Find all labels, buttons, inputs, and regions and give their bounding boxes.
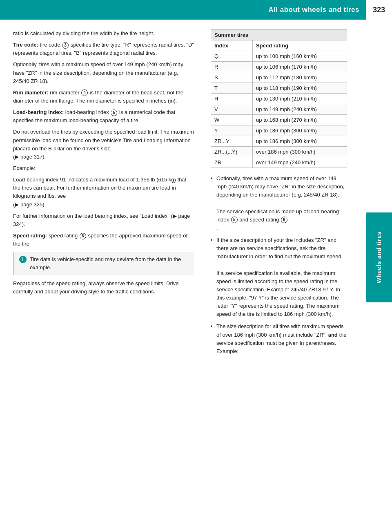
table-row: Hup to 130 mph (210 km/h) (211, 94, 347, 104)
circle-6: 6 (80, 233, 86, 239)
example-label: Example: (13, 164, 194, 172)
table-cell-speed: up to 118 mph (190 km/h) (253, 83, 347, 94)
table-header-span: Summer tires (211, 30, 347, 40)
table-row: Qup to 100 mph (160 km/h) (211, 51, 347, 62)
table-col1-header: Index (211, 40, 253, 51)
table-cell-index: H (211, 94, 253, 104)
bullet-2-sub: If a service specification is available,… (216, 269, 347, 319)
info-icon: i (19, 256, 27, 263)
tire-code-label: Tire code: (13, 42, 38, 48)
table-cell-speed: up to 168 mph (270 km/h) (253, 115, 347, 125)
optional-speed-paragraph: Optionally, tires with a maximum speed o… (13, 60, 194, 85)
table-cell-speed: over 186 mph (300 km/h) (253, 147, 347, 157)
table-cell-speed: up to 106 mph (170 km/h) (253, 62, 347, 72)
circle-3: 3 (62, 42, 69, 49)
bullet-1-sub: The service specification is made up of … (216, 208, 347, 232)
speed-rating-table: Summer tires Index Speed rating Qup to 1… (211, 29, 347, 168)
right-bullet-list: Optionally, tires with a maximum speed o… (211, 174, 347, 355)
section-tab: Wheels and tires (366, 212, 392, 302)
table-cell-speed: up to 186 mph (300 km/h) (253, 136, 347, 147)
table-cell-index: Q (211, 51, 253, 62)
table-row: ZR...(...Y)over 186 mph (300 km/h) (211, 147, 347, 157)
table-cell-speed: up to 149 mph (240 km/h) (253, 104, 347, 115)
table-cell-speed: over 149 mph (240 km/h) (253, 157, 347, 168)
table-cell-speed: up to 186 mph (300 km/h) (253, 125, 347, 136)
section-tab-label: Wheels and tires (376, 231, 382, 283)
regardless-paragraph: Regardless of the speed rating, always o… (13, 279, 194, 296)
circle-6b: 6 (281, 217, 287, 223)
table-cell-speed: up to 112 mph (180 km/h) (253, 72, 347, 83)
bullet-item-3: The size description for all tires with … (211, 322, 347, 355)
load-bearing-paragraph: Load-bearing index: load-bearing index 5… (13, 108, 194, 125)
table-cell-index: S (211, 72, 253, 83)
table-row: Rup to 106 mph (170 km/h) (211, 62, 347, 72)
intro-paragraph: ratio is calculated by dividing the tire… (13, 29, 194, 38)
table-cell-index: W (211, 115, 253, 125)
table-row: Vup to 149 mph (240 km/h) (211, 104, 347, 115)
table-cell-speed: up to 100 mph (160 km/h) (253, 51, 347, 62)
table-row: ZR...Yup to 186 mph (300 km/h) (211, 136, 347, 147)
overload-paragraph: Do not overload the tires by exceeding t… (13, 128, 194, 161)
header-title: All about wheels and tires (268, 6, 359, 14)
table-cell-index: T (211, 83, 253, 94)
circle-4: 4 (81, 89, 88, 96)
table-cell-index: R (211, 62, 253, 72)
bullet-item-2: If the size description of your tire inc… (211, 236, 347, 318)
speed-rating-label: Speed rating: (13, 232, 47, 239)
table-cell-index: V (211, 104, 253, 115)
speed-rating-paragraph: Speed rating: speed rating 6 specifies t… (13, 232, 194, 248)
circle-5b: 5 (231, 217, 238, 223)
table-cell-index: ZR...Y (211, 136, 253, 147)
main-content: ratio is calculated by dividing the tire… (0, 20, 392, 369)
rim-diameter-label: Rim diameter: (13, 89, 49, 96)
table-row: ZRover 149 mph (240 km/h) (211, 157, 347, 168)
circle-5: 5 (111, 110, 117, 116)
tire-code-paragraph: Tire code: tire code 3 specifies the tir… (13, 41, 194, 57)
table-cell-index: ZR...(...Y) (211, 147, 253, 157)
page-header: All about wheels and tires (0, 0, 392, 20)
table-cell-speed: up to 130 mph (210 km/h) (253, 94, 347, 104)
bullet-item-1: Optionally, tires with a maximum speed o… (211, 174, 347, 232)
further-info-paragraph: For further information on the load bear… (13, 212, 194, 228)
table-cell-index: ZR (211, 157, 253, 168)
table-row: Tup to 118 mph (190 km/h) (211, 83, 347, 94)
page-number: 323 (366, 0, 392, 20)
table-row: Yup to 186 mph (300 km/h) (211, 125, 347, 136)
table-cell-index: Y (211, 125, 253, 136)
table-col2-header: Speed rating (253, 40, 347, 51)
right-column: Summer tires Index Speed rating Qup to 1… (204, 29, 376, 360)
rim-diameter-paragraph: Rim diameter: rim diameter 4 is the diam… (13, 89, 194, 105)
left-column: ratio is calculated by dividing the tire… (0, 29, 204, 360)
load-bearing-label: Load-bearing index: (13, 109, 64, 115)
load-example-paragraph: Load-bearing index 91 indicates a maximu… (13, 176, 194, 209)
table-row: Sup to 112 mph (180 km/h) (211, 72, 347, 83)
table-row: Wup to 168 mph (270 km/h) (211, 115, 347, 125)
info-box: i Tire data is vehicle-specific and may … (13, 252, 194, 275)
